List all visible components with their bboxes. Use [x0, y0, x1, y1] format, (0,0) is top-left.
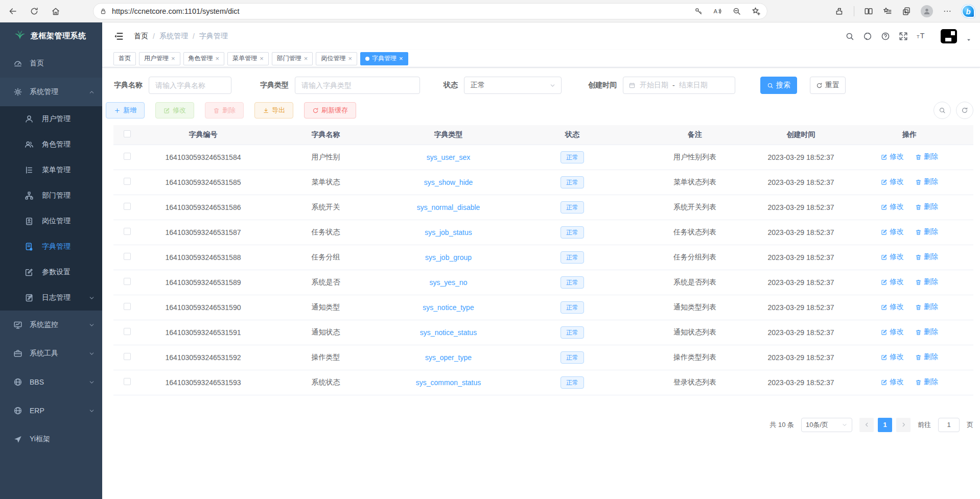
sidebar-item-user[interactable]: 用户管理 — [0, 106, 102, 132]
help-icon[interactable] — [881, 32, 890, 41]
tab-home[interactable]: 首页 — [113, 52, 136, 65]
row-delete-link[interactable]: 删除 — [915, 152, 938, 161]
row-checkbox[interactable] — [124, 278, 131, 285]
favorites-icon[interactable] — [883, 7, 892, 16]
close-icon[interactable]: × — [399, 55, 403, 62]
caret-down-icon[interactable] — [966, 37, 972, 43]
row-checkbox[interactable] — [124, 228, 131, 235]
refresh-table-button[interactable] — [956, 102, 973, 119]
row-delete-link[interactable]: 删除 — [915, 252, 938, 262]
search-button[interactable]: 搜索 — [760, 77, 797, 94]
row-edit-link[interactable]: 修改 — [881, 302, 904, 312]
row-checkbox[interactable] — [124, 303, 131, 310]
row-checkbox[interactable] — [124, 153, 131, 160]
app-logo[interactable]: 意框架管理系统 — [0, 22, 102, 49]
sidebar-item-system[interactable]: 系统管理 — [0, 78, 102, 106]
date-end-placeholder[interactable]: 结束日期 — [679, 81, 708, 90]
row-checkbox[interactable] — [124, 253, 131, 260]
tab-dict[interactable]: 字典管理 × — [360, 52, 408, 65]
row-edit-link[interactable]: 修改 — [881, 377, 904, 387]
sidebar-item-yi[interactable]: Yi框架 — [0, 425, 102, 454]
delete-button[interactable]: 删除 — [205, 102, 244, 118]
row-checkbox[interactable] — [124, 178, 131, 185]
dict-type-link[interactable]: sys_oper_type — [425, 353, 472, 362]
dict-type-link[interactable]: sys_notice_type — [423, 303, 474, 312]
dict-type-link[interactable]: sys_yes_no — [430, 278, 468, 287]
row-edit-link[interactable]: 修改 — [881, 202, 904, 211]
row-edit-link[interactable]: 修改 — [881, 327, 904, 337]
row-delete-link[interactable]: 删除 — [915, 277, 938, 287]
github-icon[interactable] — [863, 32, 872, 41]
prev-page-button[interactable] — [859, 418, 874, 432]
sidebar-item-menu[interactable]: 菜单管理 — [0, 157, 102, 183]
more-icon[interactable] — [943, 7, 952, 16]
browser-back-button[interactable] — [4, 3, 21, 20]
page-1-button[interactable]: 1 — [878, 418, 892, 432]
row-edit-link[interactable]: 修改 — [881, 277, 904, 287]
dict-type-link[interactable]: sys_show_hide — [424, 178, 473, 186]
row-checkbox[interactable] — [124, 353, 131, 360]
row-delete-link[interactable]: 删除 — [915, 302, 938, 312]
row-edit-link[interactable]: 修改 — [881, 227, 904, 236]
close-icon[interactable]: × — [171, 55, 175, 62]
sidebar-item-tools[interactable]: 系统工具 — [0, 339, 102, 368]
key-icon[interactable] — [694, 7, 703, 15]
edit-button[interactable]: 修改 — [155, 102, 194, 118]
sidebar-item-erp[interactable]: ERP — [0, 396, 102, 425]
dict-type-link[interactable]: sys_common_status — [416, 378, 481, 387]
profile-avatar[interactable] — [921, 5, 933, 17]
collections-icon[interactable] — [902, 7, 911, 16]
font-size-icon[interactable] — [917, 31, 927, 41]
close-icon[interactable]: × — [348, 55, 352, 62]
bing-chat-icon[interactable]: b — [962, 5, 975, 18]
tab-menu[interactable]: 菜单管理 × — [227, 52, 269, 65]
dict-type-link[interactable]: sys_notice_status — [420, 328, 477, 337]
row-delete-link[interactable]: 删除 — [915, 227, 938, 236]
add-button[interactable]: 新增 — [106, 102, 145, 118]
sidebar-item-param[interactable]: 参数设置 — [0, 259, 102, 285]
dict-type-link[interactable]: sys_job_status — [425, 228, 472, 236]
row-delete-link[interactable]: 删除 — [915, 352, 938, 362]
refresh-cache-button[interactable]: 刷新缓存 — [304, 102, 356, 118]
date-range-picker[interactable]: 开始日期 - 结束日期 — [623, 77, 735, 94]
split-screen-icon[interactable] — [864, 7, 873, 16]
reset-button[interactable]: 重置 — [810, 77, 846, 94]
tab-role[interactable]: 角色管理 × — [183, 52, 225, 65]
goto-page-input[interactable] — [938, 418, 960, 432]
read-aloud-icon[interactable] — [713, 7, 722, 16]
page-size-select[interactable]: 10条/页 — [801, 418, 852, 432]
row-delete-link[interactable]: 删除 — [915, 177, 938, 186]
close-icon[interactable]: × — [260, 55, 264, 62]
org-logo[interactable] — [941, 29, 957, 43]
zoom-out-icon[interactable] — [732, 7, 741, 16]
sidebar-item-log[interactable]: 日志管理 — [0, 285, 102, 311]
address-bar[interactable]: https://ccnetcore.com:1101/system/dict — [93, 3, 767, 19]
row-checkbox[interactable] — [124, 328, 131, 335]
dict-type-link[interactable]: sys_user_sex — [427, 153, 471, 161]
tab-user[interactable]: 用户管理 × — [139, 52, 180, 65]
date-start-placeholder[interactable]: 开始日期 — [640, 81, 668, 90]
sidebar-item-post[interactable]: 岗位管理 — [0, 208, 102, 234]
sidebar-item-bbs[interactable]: BBS — [0, 368, 102, 396]
close-icon[interactable]: × — [304, 55, 308, 62]
browser-home-button[interactable] — [47, 3, 64, 20]
sidebar-item-dept[interactable]: 部门管理 — [0, 183, 102, 208]
sidebar-item-role[interactable]: 角色管理 — [0, 132, 102, 157]
row-checkbox[interactable] — [124, 203, 131, 210]
status-select[interactable]: 正常 — [464, 77, 562, 94]
show-search-toggle-button[interactable] — [934, 102, 951, 119]
breadcrumb-home[interactable]: 首页 — [134, 32, 148, 41]
tab-post[interactable]: 岗位管理 × — [316, 52, 357, 65]
add-favorite-icon[interactable] — [752, 7, 761, 16]
row-edit-link[interactable]: 修改 — [881, 352, 904, 362]
sidebar-item-dict[interactable]: 字典管理 — [0, 234, 102, 259]
sidebar-item-monitor[interactable]: 系统监控 — [0, 311, 102, 339]
select-all-checkbox[interactable] — [124, 130, 131, 137]
row-edit-link[interactable]: 修改 — [881, 152, 904, 161]
row-checkbox[interactable] — [124, 378, 131, 385]
row-delete-link[interactable]: 删除 — [915, 377, 938, 387]
sidebar-item-home[interactable]: 首页 — [0, 49, 102, 78]
browser-reload-button[interactable] — [26, 3, 43, 20]
dict-name-input[interactable] — [149, 77, 231, 94]
sidebar-fold-icon[interactable] — [113, 31, 124, 41]
